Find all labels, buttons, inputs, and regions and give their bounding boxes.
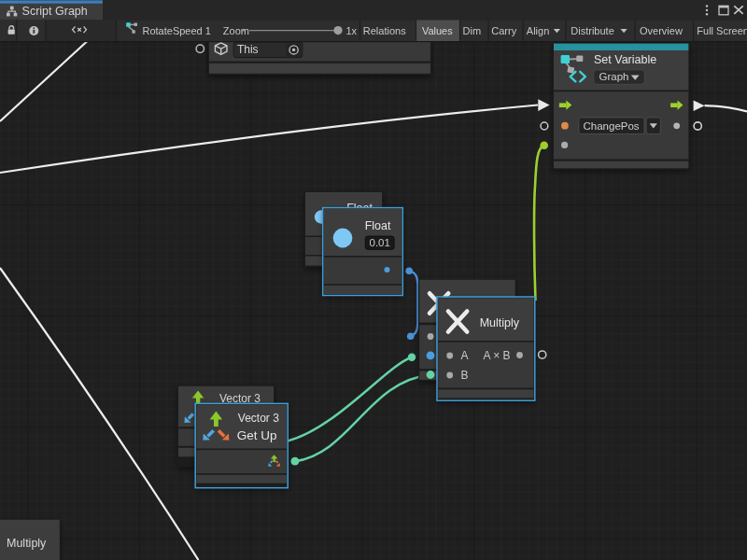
svg-text:A × B: A × B xyxy=(484,349,511,362)
svg-text:1x: 1x xyxy=(346,25,358,36)
svg-text:Set Variable: Set Variable xyxy=(594,53,656,66)
svg-text:Values: Values xyxy=(422,25,453,36)
svg-text:RotateSpeed 1: RotateSpeed 1 xyxy=(143,25,211,36)
svg-text:0.01: 0.01 xyxy=(370,237,390,248)
svg-text:Zoom: Zoom xyxy=(223,25,249,36)
svg-text:B: B xyxy=(461,369,469,382)
svg-text:Multiply: Multiply xyxy=(480,316,520,329)
svg-text:Float: Float xyxy=(365,219,391,232)
svg-text:Dim: Dim xyxy=(463,25,482,36)
svg-text:Relations: Relations xyxy=(363,25,406,36)
svg-text:Graph: Graph xyxy=(599,71,629,82)
svg-text:Multiply: Multiply xyxy=(7,537,47,550)
svg-text:Vector 3: Vector 3 xyxy=(238,412,279,425)
svg-text:Carry: Carry xyxy=(491,25,516,36)
svg-text:ChangePos: ChangePos xyxy=(584,120,640,132)
svg-text:Align: Align xyxy=(527,25,549,36)
svg-text:A: A xyxy=(461,349,469,362)
svg-text:Script Graph: Script Graph xyxy=(22,5,88,18)
svg-text:Full Screen: Full Screen xyxy=(697,25,747,36)
svg-text:Overview: Overview xyxy=(640,25,683,36)
svg-text:Distribute: Distribute xyxy=(571,25,613,36)
svg-text:Get Up: Get Up xyxy=(237,428,277,442)
svg-text:This: This xyxy=(237,43,259,56)
